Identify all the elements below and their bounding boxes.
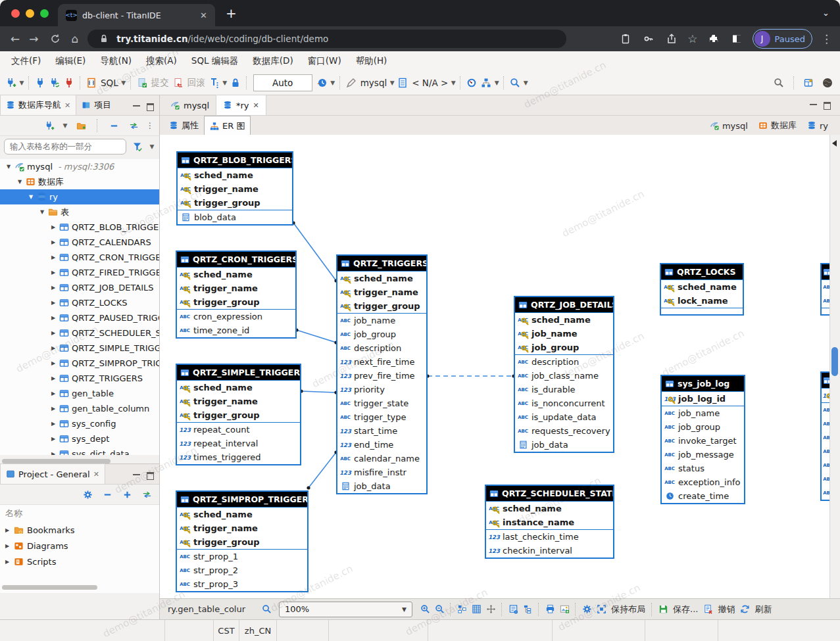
tab-project-general[interactable]: Project - General ✕ xyxy=(0,463,105,484)
chevron-right-icon[interactable]: ▶ xyxy=(50,254,57,260)
er-column-exception_info[interactable]: ABCexception_info xyxy=(662,475,744,489)
close-tab-icon[interactable]: ✕ xyxy=(200,11,207,20)
chevron-right-icon[interactable]: ▶ xyxy=(50,330,57,336)
breadcrumb-item-mysql[interactable]: mysql xyxy=(710,121,748,131)
er-column-job_group[interactable]: ABCjob_group xyxy=(662,420,744,434)
tree-item-QRTZ_TRIGGERS[interactable]: ▶QRTZ_TRIGGERS xyxy=(0,371,159,386)
chevron-right-icon[interactable]: ▶ xyxy=(50,270,57,275)
er-column-trigger_group[interactable]: ABCtrigger_group xyxy=(177,408,300,422)
er-table-QRTZ_SCHEDULER_STATE[interactable]: QRTZ_SCHEDULER_STATEABCsched_nameABCinst… xyxy=(485,485,614,559)
commit-label[interactable]: 提交 xyxy=(149,77,171,89)
browser-tab[interactable]: <t> db-client - TitanIDE ✕ xyxy=(58,4,215,26)
er-column-is_durable[interactable]: ABCis_durable xyxy=(515,383,613,396)
er-canvas[interactable]: QRTZ_BLOB_TRIGGERSABCsched_nameABCtrigge… xyxy=(160,135,830,598)
link-with-editor-button[interactable] xyxy=(126,118,141,133)
save-label[interactable]: 保存... xyxy=(670,604,701,615)
minimize-editor-icon[interactable] xyxy=(810,102,817,105)
tree-item-QRTZ_BLOB_TRIGGERS[interactable]: ▶QRTZ_BLOB_TRIGGERS xyxy=(0,220,159,235)
toggle-grid-button[interactable] xyxy=(469,602,483,617)
password-key-icon[interactable] xyxy=(641,32,656,46)
subtab-properties[interactable]: 属性 xyxy=(164,116,204,135)
commit-button[interactable] xyxy=(135,76,149,90)
close-tab-icon[interactable]: ✕ xyxy=(93,470,99,479)
print-diagram-button[interactable] xyxy=(543,602,557,617)
export-image-button[interactable] xyxy=(557,602,572,617)
er-column-trigger_state[interactable]: ABCtrigger_state xyxy=(337,396,426,410)
er-column-cron_expression[interactable]: ABCcron_expression xyxy=(177,310,295,323)
vertical-scrollbar[interactable] xyxy=(829,135,840,598)
collapse-all-button[interactable] xyxy=(107,118,121,133)
settings-gear-icon[interactable] xyxy=(80,487,95,502)
chevron-right-icon[interactable]: ▶ xyxy=(50,375,57,381)
er-table-QRTZ_LOCKS[interactable]: QRTZ_LOCKSABCsched_nameABClock_name xyxy=(660,263,744,316)
chevron-right-icon[interactable]: ▶ xyxy=(4,543,11,549)
refresh-label[interactable]: 刷新 xyxy=(752,604,774,615)
menu-item-4[interactable]: SQL 编辑器 xyxy=(185,53,245,69)
tab-project[interactable]: 项目 xyxy=(76,95,116,115)
er-table-fragment[interactable]: 123ABCABCABCABCABCABCABC xyxy=(820,371,830,501)
connection-chevron-icon[interactable]: ▼ xyxy=(389,80,395,86)
undo-button[interactable] xyxy=(701,602,715,617)
er-table-sys_job_log[interactable]: sys_job_log123job_log_idABCjob_nameABCjo… xyxy=(660,375,745,504)
dashboard-button[interactable] xyxy=(464,76,479,90)
chevron-right-icon[interactable]: ▶ xyxy=(4,527,11,533)
new-connection-button[interactable] xyxy=(4,76,18,90)
er-column-sched_name[interactable]: ABCsched_name xyxy=(177,508,307,521)
minimize-panel-icon[interactable] xyxy=(133,472,140,475)
er-column-is_update_data[interactable]: ABCis_update_data xyxy=(515,410,613,424)
tree-item-QRTZ_SIMPLE_TRIGGERS[interactable]: ▶QRTZ_SIMPLE_TRIGGERS xyxy=(0,341,159,356)
commit-mode-select[interactable]: Auto xyxy=(253,74,312,91)
view-menu-icon[interactable]: ⋮ xyxy=(146,121,154,130)
show-attributes-button[interactable] xyxy=(520,602,535,617)
er-column-last_checkin_time[interactable]: 123last_checkin_time xyxy=(486,530,613,544)
er-column-sched_name[interactable]: ABCsched_name xyxy=(337,272,426,285)
tree-item-QRTZ_SCHEDULER_STATE[interactable]: ▶QRTZ_SCHEDULER_STATE xyxy=(0,325,159,341)
refresh-button[interactable] xyxy=(737,602,752,617)
er-column-status[interactable]: ABCstatus xyxy=(662,462,744,475)
er-column-repeat_count[interactable]: 123repeat_count xyxy=(177,423,300,437)
chevron-right-icon[interactable]: ▶ xyxy=(50,345,57,351)
chevron-right-icon[interactable]: ▶ xyxy=(4,559,11,565)
diagram-search-icon[interactable] xyxy=(259,602,274,617)
url-bar[interactable]: try.titanide.cn/ide/web/coding/db-client… xyxy=(87,30,566,48)
home-button[interactable]: ⌂ xyxy=(72,32,79,45)
er-column-start_time[interactable]: 123start_time xyxy=(337,424,426,438)
tree-item-QRTZ_JOB_DETAILS[interactable]: ▶QRTZ_JOB_DETAILS xyxy=(0,280,159,295)
database-doc-icon[interactable] xyxy=(395,76,410,90)
er-table-header[interactable]: QRTZ_TRIGGERS xyxy=(337,256,426,272)
tree-item-QRTZ_FIRED_TRIGGERS[interactable]: ▶QRTZ_FIRED_TRIGGERS xyxy=(0,265,159,280)
subtab-er-diagram[interactable]: ER 图 xyxy=(204,116,251,137)
new-tab-button[interactable]: + xyxy=(226,5,237,21)
tree-item-QRTZ_LOCKS[interactable]: ▶QRTZ_LOCKS xyxy=(0,295,159,310)
er-column-job_group[interactable]: ABCjob_group xyxy=(337,327,426,341)
er-column-instance_name[interactable]: ABCinstance_name xyxy=(486,515,613,529)
menu-item-6[interactable]: 窗口(W) xyxy=(302,53,347,69)
table-filter-input[interactable] xyxy=(4,139,126,154)
chevron-right-icon[interactable]: ▶ xyxy=(50,360,57,366)
chevron-right-icon[interactable]: ▶ xyxy=(50,285,57,291)
chevron-down-icon[interactable]: ▼ xyxy=(28,194,34,200)
chevron-right-icon[interactable]: ▶ xyxy=(50,451,57,455)
er-column-trigger_group[interactable]: ABCtrigger_group xyxy=(337,299,426,313)
active-connection-label[interactable]: mysql xyxy=(358,78,389,88)
er-table-QRTZ_CRON_TRIGGERS[interactable]: QRTZ_CRON_TRIGGERSABCsched_nameABCtrigge… xyxy=(176,250,297,339)
er-column-requests_recovery[interactable]: ABCrequests_recovery xyxy=(515,424,613,438)
minimize-panel-icon[interactable] xyxy=(133,103,140,107)
er-column-prev_fire_time[interactable]: 123prev_fire_time xyxy=(337,369,426,383)
chevron-right-icon[interactable]: ▶ xyxy=(50,300,57,306)
er-table-header[interactable]: QRTZ_LOCKS xyxy=(661,264,743,280)
er-column-blob_data[interactable]: blob_data xyxy=(178,210,292,224)
back-button[interactable]: ← xyxy=(11,32,20,45)
transaction-lock-icon[interactable] xyxy=(228,76,243,90)
er-column-sched_name[interactable]: ABCsched_name xyxy=(178,168,292,182)
chevron-down-icon[interactable]: ▼ xyxy=(39,209,45,215)
profile-badge[interactable]: J Paused xyxy=(753,29,812,49)
breadcrumb-item-数据库[interactable]: 数据库 xyxy=(758,120,797,131)
maximize-panel-icon[interactable] xyxy=(147,472,154,480)
er-column-misfire_instr[interactable]: 123misfire_instr xyxy=(337,465,426,479)
tree-item-QRTZ_CRON_TRIGGERS[interactable]: ▶QRTZ_CRON_TRIGGERS xyxy=(0,250,159,265)
er-column-priority[interactable]: 123priority xyxy=(337,383,426,396)
maximize-panel-icon[interactable] xyxy=(147,103,154,111)
maximize-window-button[interactable] xyxy=(40,9,49,18)
er-column-sched_name[interactable]: ABCsched_name xyxy=(177,268,295,281)
